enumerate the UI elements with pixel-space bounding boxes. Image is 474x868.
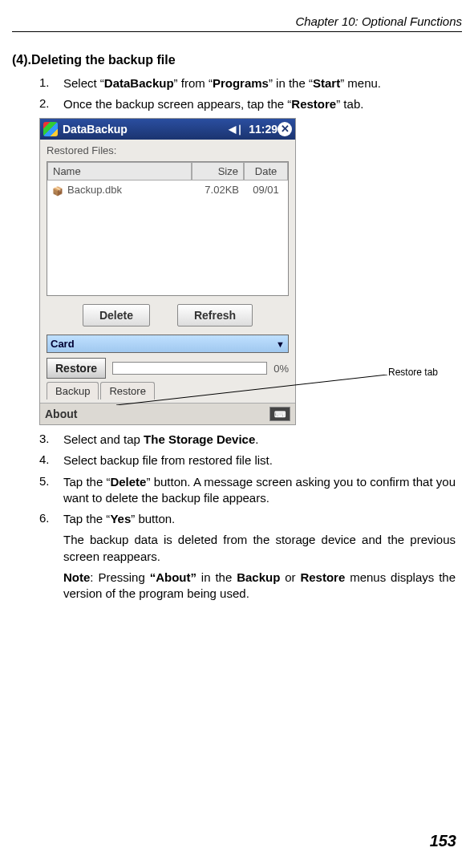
databackup-term: DataBackup <box>104 76 174 90</box>
about-term: “About” <box>150 570 196 584</box>
text: . <box>255 432 258 446</box>
column-date[interactable]: Date <box>244 162 288 180</box>
file-size: 7.02KB <box>192 182 244 198</box>
restored-files-label: Restored Files: <box>47 144 289 156</box>
list-item[interactable]: Backup.dbk 7.02KB 09/01 <box>47 180 288 200</box>
text: ” from “ <box>174 76 213 90</box>
page-number: 153 <box>430 832 456 850</box>
step-3: Select and tap The Storage Device. <box>63 432 456 448</box>
delete-button[interactable]: Delete <box>83 304 150 327</box>
step-5: Tap the “Delete” button. A message scree… <box>63 474 456 507</box>
column-size[interactable]: Size <box>192 162 244 180</box>
text: ” button. <box>131 512 175 525</box>
yes-term: Yes <box>110 512 131 525</box>
backup-term: Backup <box>237 570 280 584</box>
note-label: Note <box>63 570 90 584</box>
text: Select and tap <box>63 432 144 446</box>
step-4: Select backup file from restored file li… <box>63 452 456 468</box>
text: or <box>280 570 300 584</box>
about-menu[interactable]: About <box>45 408 77 420</box>
restore-menu-term: Restore <box>300 570 345 584</box>
close-icon[interactable]: ✕ <box>278 122 292 136</box>
progress-percent: 0% <box>273 363 289 375</box>
step-number-5: 5. <box>39 474 63 507</box>
chapter-header: Chapter 10: Optional Functions <box>12 14 462 32</box>
app-title: DataBackup <box>63 123 128 136</box>
text: ” in the “ <box>269 76 313 90</box>
text: ” menu. <box>340 76 381 90</box>
text: Once the backup screen appears, tap the … <box>63 97 291 111</box>
progress-bar <box>112 362 267 375</box>
step-number-4: 4. <box>39 452 63 468</box>
file-icon <box>52 185 65 196</box>
text: Select “ <box>63 76 104 90</box>
restore-term: Restore <box>291 97 336 111</box>
step-number-6: 6. <box>39 511 63 527</box>
step-1: Select “DataBackup” from “Programs” in t… <box>63 75 456 91</box>
step-2: Once the backup screen appears, tap the … <box>63 96 456 112</box>
storage-dropdown[interactable]: Card ▼ <box>47 335 289 353</box>
step-number-2: 2. <box>39 96 63 112</box>
text: in the <box>196 570 237 584</box>
clock: 11:29 <box>249 123 278 136</box>
delete-term: Delete <box>110 475 146 489</box>
tab-backup[interactable]: Backup <box>47 382 99 400</box>
section-title: (4).Deleting the backup file <box>12 53 462 67</box>
text: ” tab. <box>336 97 363 111</box>
text: Tap the “ <box>63 475 110 489</box>
dropdown-value: Card <box>51 338 75 350</box>
storage-device-term: The Storage Device <box>144 432 255 446</box>
refresh-button[interactable]: Refresh <box>177 304 253 327</box>
file-name: Backup.dbk <box>67 184 122 196</box>
step-number-3: 3. <box>39 432 63 448</box>
step-6-paragraph: The backup data is deleted from the stor… <box>63 532 456 565</box>
title-bar: DataBackup ◀❘ 11:29 ✕ <box>40 119 295 140</box>
step-6: Tap the “Yes” button. <box>63 511 456 527</box>
text: Tap the “ <box>63 512 110 525</box>
restore-button[interactable]: Restore <box>47 358 106 379</box>
chevron-down-icon: ▼ <box>276 339 285 349</box>
start-icon[interactable] <box>43 122 58 136</box>
column-name[interactable]: Name <box>47 162 192 180</box>
callout-label: Restore tab <box>388 367 438 378</box>
embedded-screenshot: DataBackup ◀❘ 11:29 ✕ Restored Files: Na… <box>39 118 440 426</box>
text: : Pressing <box>90 570 149 584</box>
note-paragraph: Note: Pressing “About” in the Backup or … <box>63 570 456 602</box>
file-date: 09/01 <box>244 182 288 198</box>
start-term: Start <box>313 76 340 90</box>
programs-term: Programs <box>213 76 269 90</box>
keyboard-icon[interactable]: ⌨ <box>269 407 290 421</box>
step-number-1: 1. <box>39 75 63 91</box>
volume-icon[interactable]: ◀❘ <box>229 124 244 135</box>
file-list[interactable]: Name Size Date Backup.dbk 7.02KB 09/01 <box>47 161 289 297</box>
tab-restore[interactable]: Restore <box>100 382 155 400</box>
